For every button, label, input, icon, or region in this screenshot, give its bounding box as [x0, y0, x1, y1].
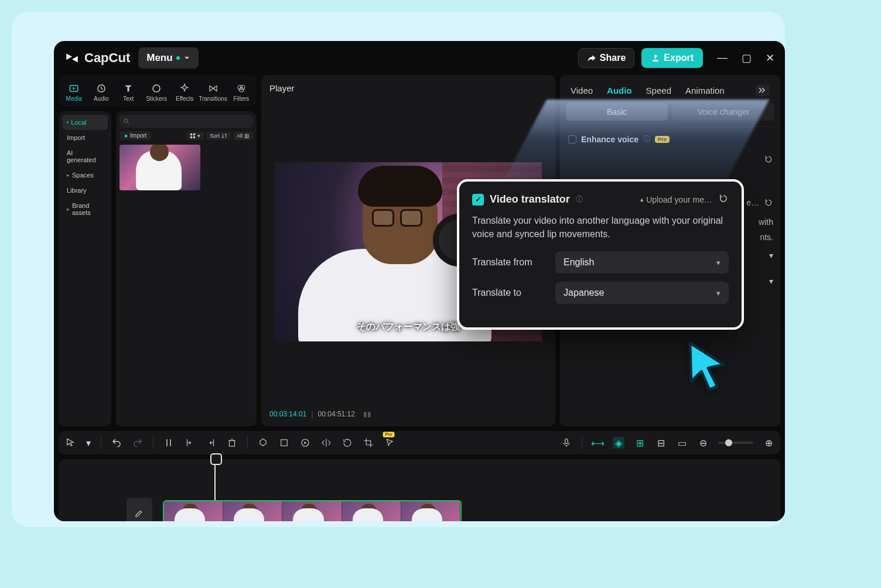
nav-import[interactable]: Import: [62, 130, 108, 145]
cursor-tool[interactable]: [64, 437, 76, 449]
media-search-input[interactable]: [119, 115, 253, 128]
help-icon[interactable]: ⓘ: [643, 134, 650, 144]
ghost-text-2: withnts.: [759, 217, 773, 242]
timeline-track[interactable]: [158, 466, 773, 521]
app-name: CapCut: [84, 50, 130, 66]
snap-tool-2[interactable]: ◈: [613, 437, 624, 449]
reset-icon-ghost: [764, 155, 773, 164]
export-button[interactable]: Export: [641, 48, 703, 68]
speed-tool[interactable]: [299, 437, 311, 449]
frame-tool[interactable]: [278, 437, 290, 449]
tab-filters[interactable]: Filters: [228, 80, 254, 107]
media-thumbnail[interactable]: [119, 145, 200, 190]
ghost-dropdown-1: ▾: [769, 251, 773, 260]
align-tool[interactable]: ⊟: [655, 437, 667, 449]
minimize-button[interactable]: —: [717, 52, 728, 64]
mic-button[interactable]: [561, 437, 572, 449]
tab-media[interactable]: Media: [61, 80, 87, 107]
cursor-dropdown[interactable]: ▾: [86, 437, 91, 449]
tab-text[interactable]: Text: [115, 80, 141, 107]
rotate-tool[interactable]: [342, 437, 353, 449]
svg-rect-9: [190, 136, 192, 138]
svg-rect-7: [190, 133, 192, 135]
tab-audio[interactable]: Audio: [88, 80, 114, 107]
inspector-tab-animation[interactable]: Animation: [685, 86, 725, 95]
smart-tool[interactable]: Pro: [384, 437, 395, 449]
menu-button[interactable]: Menu: [138, 47, 198, 69]
search-icon: [123, 118, 130, 125]
window-controls: — ▢ ✕: [717, 52, 774, 64]
inspector-tab-audio[interactable]: Audio: [607, 86, 632, 95]
ghost-dropdown-2: ▾: [769, 276, 773, 286]
trim-right-tool[interactable]: [205, 437, 217, 449]
translate-to-label: Translate to: [472, 288, 547, 298]
timeline: ▸ 🔒 👁 🔊 Cover: [59, 459, 780, 521]
zoom-out-button[interactable]: ⊖: [697, 437, 709, 449]
upload-media-button[interactable]: ▴ Upload your me…: [640, 195, 712, 204]
subtab-voice-changer[interactable]: Voice changer: [672, 103, 774, 121]
snap-tool-3[interactable]: ⊞: [634, 437, 646, 449]
reset-icon: [764, 198, 773, 207]
maximize-button[interactable]: ▢: [742, 52, 752, 64]
nav-library[interactable]: Library: [62, 183, 108, 198]
filters-icon: [236, 83, 247, 94]
player-title: Player: [269, 83, 547, 93]
timecode-total: 00:04:51:12: [318, 410, 355, 418]
nav-brand-assets[interactable]: ▸Brand assets: [62, 198, 108, 220]
video-clip[interactable]: [163, 500, 462, 521]
enhance-voice-checkbox[interactable]: [568, 135, 576, 143]
effects-icon: [179, 83, 190, 94]
crop-tool[interactable]: [363, 437, 374, 449]
svg-point-2: [153, 85, 160, 92]
reset-icon: [764, 155, 773, 164]
share-icon: [587, 53, 596, 63]
asset-category-tabs: Media Audio Text Stickers Effects: [59, 75, 257, 107]
translate-to-select[interactable]: Japanese ▾: [555, 282, 729, 304]
sort-chip[interactable]: Sort: [206, 132, 231, 140]
inspector-tab-video[interactable]: Video: [571, 86, 593, 95]
timecode-current: 00:03:14:01: [269, 410, 306, 418]
svg-rect-11: [230, 440, 235, 446]
delete-tool[interactable]: [226, 437, 238, 449]
pro-badge: Pro: [383, 432, 395, 437]
close-button[interactable]: ✕: [766, 52, 774, 64]
svg-rect-12: [281, 440, 288, 446]
menu-indicator-dot: [176, 56, 180, 60]
inspector-tab-speed[interactable]: Speed: [646, 86, 671, 95]
nav-spaces[interactable]: ▸Spaces: [62, 167, 108, 183]
nav-local[interactable]: •Local: [62, 115, 108, 130]
translate-from-select[interactable]: English ▾: [555, 251, 729, 274]
redo-button[interactable]: [132, 437, 144, 449]
video-translator-popover: ✓ Video translator ⓘ ▴ Upload your me… T…: [457, 179, 744, 330]
video-translator-checkbox[interactable]: ✓: [472, 194, 484, 206]
sort-icon: [221, 133, 227, 139]
tab-transitions[interactable]: Transitions: [199, 80, 227, 107]
media-source-nav: •Local Import AI generated ▸Spaces Libra…: [59, 111, 111, 426]
ghost-text-1: e…: [746, 198, 773, 207]
view-mode-chip[interactable]: ▾: [186, 132, 204, 140]
zoom-slider[interactable]: [718, 442, 753, 444]
tab-effects[interactable]: Effects: [172, 80, 197, 107]
more-arrows-icon: [759, 87, 767, 93]
help-icon[interactable]: ⓘ: [576, 194, 583, 204]
import-media-button[interactable]: ●Import: [119, 131, 151, 140]
enhance-voice-row[interactable]: Enhance voice ⓘ Pro: [568, 131, 772, 148]
chevron-down-icon: ▾: [716, 289, 720, 298]
subtab-basic[interactable]: Basic: [566, 103, 668, 121]
inspector-more-button[interactable]: [756, 84, 770, 96]
cover-button[interactable]: Cover: [127, 498, 152, 521]
track-controls: ▸ 🔒 👁 🔊: [66, 466, 121, 521]
zoom-fit-button[interactable]: ⊕: [763, 437, 774, 449]
undo-button[interactable]: [111, 437, 122, 449]
reset-button[interactable]: [718, 193, 729, 206]
split-tool[interactable]: [163, 437, 175, 449]
marker-tool[interactable]: [257, 437, 269, 449]
nav-ai-generated[interactable]: AI generated: [62, 145, 108, 167]
filter-all-chip[interactable]: All ▥: [233, 132, 253, 140]
layout-tool[interactable]: ▭: [676, 437, 688, 449]
share-button[interactable]: Share: [578, 48, 634, 68]
tab-stickers[interactable]: Stickers: [142, 80, 170, 107]
mirror-tool[interactable]: [320, 437, 332, 449]
snap-tool-1[interactable]: ⟷: [592, 437, 603, 449]
trim-left-tool[interactable]: [184, 437, 196, 449]
